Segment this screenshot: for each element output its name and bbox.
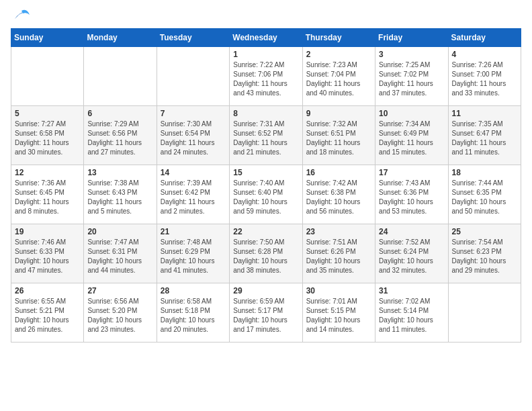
day-info: Sunrise: 7:26 AM Sunset: 7:00 PM Dayligh… [452, 60, 517, 98]
day-info: Sunrise: 7:02 AM Sunset: 5:14 PM Dayligh… [379, 297, 444, 334]
calendar-cell [448, 283, 521, 342]
day-info: Sunrise: 7:32 AM Sunset: 6:51 PM Dayligh… [306, 120, 371, 157]
calendar-body: 1Sunrise: 7:22 AM Sunset: 7:06 PM Daylig… [11, 47, 521, 342]
day-number: 18 [452, 168, 517, 177]
calendar-cell: 8Sunrise: 7:31 AM Sunset: 6:52 PM Daylig… [230, 106, 302, 165]
day-number: 21 [161, 227, 226, 236]
day-header-friday: Friday [375, 29, 448, 47]
calendar-cell: 5Sunrise: 7:27 AM Sunset: 6:58 PM Daylig… [11, 106, 84, 165]
day-info: Sunrise: 7:23 AM Sunset: 7:04 PM Dayligh… [306, 60, 371, 98]
day-info: Sunrise: 7:36 AM Sunset: 6:45 PM Dayligh… [15, 179, 80, 216]
day-info: Sunrise: 7:31 AM Sunset: 6:52 PM Dayligh… [233, 120, 298, 157]
day-number: 8 [233, 109, 298, 118]
day-info: Sunrise: 7:51 AM Sunset: 6:26 PM Dayligh… [306, 238, 371, 275]
day-number: 13 [87, 168, 152, 177]
day-number: 3 [379, 50, 444, 59]
calendar-cell: 18Sunrise: 7:44 AM Sunset: 6:35 PM Dayli… [448, 165, 521, 224]
day-info: Sunrise: 7:47 AM Sunset: 6:31 PM Dayligh… [87, 238, 152, 275]
calendar-week-1: 1Sunrise: 7:22 AM Sunset: 7:06 PM Daylig… [11, 47, 521, 106]
day-info: Sunrise: 6:56 AM Sunset: 5:20 PM Dayligh… [87, 297, 152, 334]
calendar-cell: 20Sunrise: 7:47 AM Sunset: 6:31 PM Dayli… [84, 224, 157, 283]
day-number: 23 [306, 227, 371, 236]
calendar-cell: 10Sunrise: 7:34 AM Sunset: 6:49 PM Dayli… [375, 106, 448, 165]
day-number: 26 [15, 286, 80, 295]
day-number: 4 [452, 50, 517, 59]
calendar-cell [84, 47, 157, 106]
calendar-cell: 22Sunrise: 7:50 AM Sunset: 6:28 PM Dayli… [230, 224, 302, 283]
day-info: Sunrise: 7:30 AM Sunset: 6:54 PM Dayligh… [161, 120, 226, 157]
day-info: Sunrise: 6:55 AM Sunset: 5:21 PM Dayligh… [15, 297, 80, 334]
day-info: Sunrise: 7:42 AM Sunset: 6:38 PM Dayligh… [306, 179, 371, 216]
day-number: 22 [233, 227, 298, 236]
day-number: 25 [452, 227, 517, 236]
day-number: 24 [379, 227, 444, 236]
day-header-thursday: Thursday [302, 29, 375, 47]
day-number: 14 [161, 168, 226, 177]
day-number: 2 [306, 50, 371, 59]
calendar-cell: 31Sunrise: 7:02 AM Sunset: 5:14 PM Dayli… [375, 283, 448, 342]
calendar-cell: 9Sunrise: 7:32 AM Sunset: 6:51 PM Daylig… [302, 106, 375, 165]
day-info: Sunrise: 7:34 AM Sunset: 6:49 PM Dayligh… [379, 120, 444, 157]
calendar-cell: 24Sunrise: 7:52 AM Sunset: 6:24 PM Dayli… [375, 224, 448, 283]
day-info: Sunrise: 6:58 AM Sunset: 5:18 PM Dayligh… [161, 297, 226, 334]
day-header-saturday: Saturday [448, 29, 521, 47]
calendar-week-4: 19Sunrise: 7:46 AM Sunset: 6:33 PM Dayli… [11, 224, 521, 283]
calendar-cell: 27Sunrise: 6:56 AM Sunset: 5:20 PM Dayli… [84, 283, 157, 342]
day-number: 20 [87, 227, 152, 236]
day-number: 11 [452, 109, 517, 118]
day-info: Sunrise: 7:25 AM Sunset: 7:02 PM Dayligh… [379, 60, 444, 98]
day-info: Sunrise: 7:48 AM Sunset: 6:29 PM Dayligh… [161, 238, 226, 275]
calendar-cell: 30Sunrise: 7:01 AM Sunset: 5:15 PM Dayli… [302, 283, 375, 342]
day-info: Sunrise: 7:40 AM Sunset: 6:40 PM Dayligh… [233, 179, 298, 216]
day-info: Sunrise: 7:01 AM Sunset: 5:15 PM Dayligh… [306, 297, 371, 334]
calendar-cell: 28Sunrise: 6:58 AM Sunset: 5:18 PM Dayli… [157, 283, 229, 342]
day-number: 30 [306, 286, 371, 295]
logo [11, 11, 31, 21]
day-number: 27 [87, 286, 152, 295]
calendar-cell: 4Sunrise: 7:26 AM Sunset: 7:00 PM Daylig… [448, 47, 521, 106]
day-info: Sunrise: 7:22 AM Sunset: 7:06 PM Dayligh… [233, 60, 298, 98]
calendar-cell: 6Sunrise: 7:29 AM Sunset: 6:56 PM Daylig… [84, 106, 157, 165]
day-number: 12 [15, 168, 80, 177]
day-number: 10 [379, 109, 444, 118]
calendar-week-2: 5Sunrise: 7:27 AM Sunset: 6:58 PM Daylig… [11, 106, 521, 165]
day-header-tuesday: Tuesday [157, 29, 229, 47]
calendar-cell: 3Sunrise: 7:25 AM Sunset: 7:02 PM Daylig… [375, 47, 448, 106]
calendar-cell: 13Sunrise: 7:38 AM Sunset: 6:43 PM Dayli… [84, 165, 157, 224]
calendar-cell: 1Sunrise: 7:22 AM Sunset: 7:06 PM Daylig… [230, 47, 302, 106]
day-number: 19 [15, 227, 80, 236]
calendar-cell: 7Sunrise: 7:30 AM Sunset: 6:54 PM Daylig… [157, 106, 229, 165]
day-number: 28 [161, 286, 226, 295]
day-number: 16 [306, 168, 371, 177]
day-info: Sunrise: 7:39 AM Sunset: 6:42 PM Dayligh… [161, 179, 226, 216]
calendar-table: SundayMondayTuesdayWednesdayThursdayFrid… [11, 28, 521, 342]
calendar-cell: 29Sunrise: 6:59 AM Sunset: 5:17 PM Dayli… [230, 283, 302, 342]
calendar-week-3: 12Sunrise: 7:36 AM Sunset: 6:45 PM Dayli… [11, 165, 521, 224]
day-number: 5 [15, 109, 80, 118]
day-info: Sunrise: 7:38 AM Sunset: 6:43 PM Dayligh… [87, 179, 152, 216]
calendar-cell: 21Sunrise: 7:48 AM Sunset: 6:29 PM Dayli… [157, 224, 229, 283]
day-number: 17 [379, 168, 444, 177]
day-info: Sunrise: 7:43 AM Sunset: 6:36 PM Dayligh… [379, 179, 444, 216]
page-header [11, 11, 521, 21]
calendar-cell: 19Sunrise: 7:46 AM Sunset: 6:33 PM Dayli… [11, 224, 84, 283]
day-info: Sunrise: 7:27 AM Sunset: 6:58 PM Dayligh… [15, 120, 80, 157]
day-number: 9 [306, 109, 371, 118]
calendar-cell: 26Sunrise: 6:55 AM Sunset: 5:21 PM Dayli… [11, 283, 84, 342]
day-info: Sunrise: 6:59 AM Sunset: 5:17 PM Dayligh… [233, 297, 298, 334]
day-number: 6 [87, 109, 152, 118]
day-info: Sunrise: 7:50 AM Sunset: 6:28 PM Dayligh… [233, 238, 298, 275]
calendar-cell [11, 47, 84, 106]
logo-icon [12, 8, 31, 21]
calendar-cell: 11Sunrise: 7:35 AM Sunset: 6:47 PM Dayli… [448, 106, 521, 165]
calendar-header-row: SundayMondayTuesdayWednesdayThursdayFrid… [11, 29, 521, 47]
day-number: 1 [233, 50, 298, 59]
calendar-cell: 16Sunrise: 7:42 AM Sunset: 6:38 PM Dayli… [302, 165, 375, 224]
day-number: 15 [233, 168, 298, 177]
calendar-cell: 17Sunrise: 7:43 AM Sunset: 6:36 PM Dayli… [375, 165, 448, 224]
day-info: Sunrise: 7:46 AM Sunset: 6:33 PM Dayligh… [15, 238, 80, 275]
day-number: 7 [161, 109, 226, 118]
day-header-monday: Monday [84, 29, 157, 47]
day-header-sunday: Sunday [11, 29, 84, 47]
calendar-cell: 12Sunrise: 7:36 AM Sunset: 6:45 PM Dayli… [11, 165, 84, 224]
